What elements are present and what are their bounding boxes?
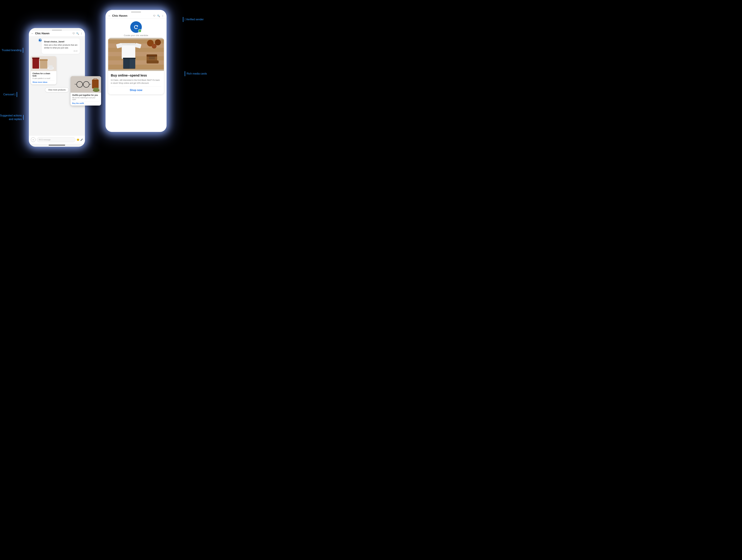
message-bold: Great choice, Janet! <box>44 40 77 43</box>
input-placeholder: RCS message <box>39 139 51 141</box>
mic-icon[interactable]: 🎤 <box>80 139 83 141</box>
rich-card-title: Buy online--spend less <box>111 73 161 77</box>
svg-rect-15 <box>92 80 99 89</box>
svg-point-20 <box>137 26 138 27</box>
carousel-bar <box>17 92 17 97</box>
svg-rect-28 <box>108 65 164 69</box>
message-wrapper: Great choice, Janet! Here are a few othe… <box>31 39 83 54</box>
input-bar: + RCS message 🙂 🎤 <box>29 135 85 144</box>
message-input[interactable]: RCS message <box>37 137 75 142</box>
trusted-branding-text: Trusted branding <box>2 49 21 52</box>
svg-rect-18 <box>94 88 99 91</box>
carousel-card-2-title: Outfits put together for you <box>72 94 99 96</box>
brand-logo-svg <box>38 39 42 42</box>
svg-rect-32 <box>122 44 135 59</box>
carousel-card-2-body: Outfits put together for you We do the m… <box>70 93 101 106</box>
more-icon-2[interactable]: ⋮ <box>162 14 164 17</box>
card-1-divider <box>33 80 55 81</box>
phone-2: ← Chic Haven 🛡 🔍 ⋮ ✓ Curate your chic wa… <box>106 10 166 132</box>
verified-bar <box>183 17 183 22</box>
view-more-chip[interactable]: View more products <box>45 87 69 92</box>
add-button[interactable]: + <box>31 137 36 142</box>
input-icons: 🙂 🎤 <box>77 139 83 141</box>
suggested-bar <box>23 115 23 120</box>
carousel-label: Carousel | <box>3 92 18 97</box>
brand-avatar <box>38 39 42 43</box>
svg-rect-37 <box>123 58 129 69</box>
rich-card-description: Hi Claire, still interested in the Knit … <box>111 79 161 85</box>
brand-logo-circle: ✓ <box>130 21 142 33</box>
shield-icon: 🛡 <box>72 32 75 35</box>
svg-rect-41 <box>147 60 159 63</box>
rich-media-text: Rich media cards <box>187 72 207 75</box>
trusted-branding-bar <box>23 48 23 53</box>
message-time: 16:22 <box>44 50 77 52</box>
message-body: Here are a few other products that are s… <box>44 44 77 49</box>
phone2-body: ✓ Curate your chic wardobe <box>106 19 166 132</box>
back-button[interactable]: ← <box>31 32 34 35</box>
trusted-branding-label: Trusted branding <box>2 48 24 53</box>
carousel-text: Carousel | <box>3 93 15 96</box>
carousel-card-1-sub: A calm palette is a must! <box>33 78 55 79</box>
card-2-divider <box>72 101 99 102</box>
rich-card-divider <box>111 87 161 87</box>
rich-card-svg <box>108 38 164 71</box>
svg-rect-42 <box>147 54 157 57</box>
verified-sender-label: | Verified sender <box>182 17 204 22</box>
svg-rect-24 <box>108 48 164 52</box>
svg-point-1 <box>40 39 41 40</box>
emoji-icon[interactable]: 🙂 <box>77 139 79 141</box>
rich-card-image <box>108 38 164 71</box>
svg-rect-5 <box>40 59 47 68</box>
svg-point-19 <box>133 24 139 30</box>
rich-bar <box>185 71 185 76</box>
carousel-card-1-body: Clothes for a clean look A calm palette … <box>31 71 56 85</box>
phone2-back[interactable]: ← <box>108 14 111 17</box>
svg-rect-4 <box>32 58 39 59</box>
carousel-card-1-title: Clothes for a clean look <box>33 72 55 77</box>
rich-card[interactable]: Buy online--spend less Hi Claire, still … <box>108 38 164 94</box>
suggested-actions-label: Suggested actionsand replies <box>0 114 23 121</box>
svg-rect-3 <box>33 58 39 68</box>
rich-media-label: Rich media cards <box>185 71 207 76</box>
phone1-header: ← Chic Haven 🛡 🔍 ⋮ <box>29 31 85 37</box>
svg-rect-33 <box>121 43 136 45</box>
svg-rect-8 <box>49 65 53 69</box>
svg-rect-6 <box>40 59 48 61</box>
carousel-card-1-image <box>31 56 56 71</box>
phone2-header: ← Chic Haven 🛡 🔍 ⋮ <box>106 12 166 19</box>
phone1-title: Chic Haven <box>35 32 71 35</box>
card-2-link[interactable]: Buy the outfit <box>72 102 99 104</box>
search-icon-2[interactable]: 🔍 <box>157 14 160 17</box>
carousel-card-2-sub: We do the matching to suit your style! <box>72 97 99 100</box>
clothing-svg-2 <box>70 76 101 93</box>
home-bar <box>49 145 65 145</box>
verified-sender-text: | Verified sender <box>185 18 204 21</box>
message-bubble: Great choice, Janet! Here are a few othe… <box>42 39 80 54</box>
verified-badge: ✓ <box>138 29 142 33</box>
phone2-title: Chic Haven <box>112 14 152 17</box>
more-icon[interactable]: ⋮ <box>80 32 83 35</box>
clothing-svg-1 <box>31 56 56 71</box>
svg-point-31 <box>152 44 156 48</box>
rich-card-body: Buy online--spend less Hi Claire, still … <box>108 71 164 94</box>
carousel-card-2-floating[interactable]: Outfits put together for you We do the m… <box>70 76 101 106</box>
phone2-header-icons: 🛡 🔍 ⋮ <box>153 14 164 17</box>
shop-now-button[interactable]: Shop now <box>111 89 161 92</box>
card-1-link[interactable]: Show more ideas <box>33 81 55 83</box>
carousel-card-1[interactable]: Clothes for a clean look A calm palette … <box>31 56 56 85</box>
suggested-actions-text: Suggested actionsand replies <box>0 114 22 121</box>
brand-tagline: Curate your chic wardobe <box>124 34 148 37</box>
svg-rect-39 <box>123 58 136 59</box>
phone1-header-icons: 🛡 🔍 ⋮ <box>72 32 83 35</box>
brand-logo-svg2 <box>133 24 139 30</box>
shield-icon-2: 🛡 <box>153 14 156 17</box>
search-icon[interactable]: 🔍 <box>76 32 79 35</box>
